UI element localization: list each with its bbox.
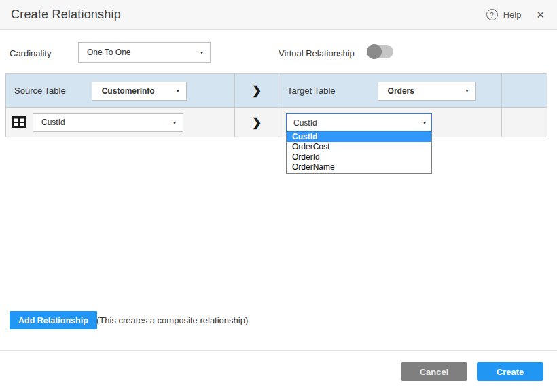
cancel-button[interactable]: Cancel <box>401 362 467 381</box>
dropdown-arrow-icon: ▾ <box>177 88 179 94</box>
dropdown-arrow-icon: ▾ <box>423 120 426 126</box>
help-icon[interactable]: ? <box>486 9 498 20</box>
cardinality-label: Cardinality <box>10 48 51 58</box>
source-field-cell: CustId ▾ <box>6 108 235 137</box>
option-ordercost[interactable]: OrderCost <box>287 142 431 152</box>
chevron-right-icon: ❯ <box>252 115 262 130</box>
help-link[interactable]: Help <box>503 10 522 20</box>
target-table-dropdown[interactable]: Orders ▾ <box>378 82 476 101</box>
footer-divider <box>0 350 557 351</box>
option-custid[interactable]: CustId <box>287 132 431 142</box>
create-button[interactable]: Create <box>477 362 543 381</box>
target-field-option-list: CustId OrderCost OrderId OrderName <box>286 132 432 174</box>
dialog-title: Create Relationship <box>11 7 121 22</box>
target-table-cell: Target Table Orders ▾ <box>279 74 502 108</box>
create-relationship-dialog: Create Relationship ? Help ✕ Cardinality… <box>0 0 557 392</box>
dropdown-arrow-icon: ▾ <box>200 50 203 56</box>
target-field-value: CustId <box>287 118 317 128</box>
close-icon[interactable]: ✕ <box>536 10 545 20</box>
titlebar-actions: ? Help ✕ <box>486 9 545 20</box>
source-table-dropdown[interactable]: CustomerInfo ▾ <box>92 82 187 101</box>
dropdown-arrow-icon: ▾ <box>173 120 176 126</box>
toggle-knob <box>367 44 382 59</box>
virtual-relationship-toggle[interactable] <box>367 45 393 58</box>
source-field-dropdown[interactable]: CustId ▾ <box>33 113 183 132</box>
row-chevron-cell: ❯ <box>235 108 279 137</box>
source-table-cell: Source Table CustomerInfo ▾ <box>6 74 235 108</box>
header-empty-cell <box>502 74 547 108</box>
virtual-relationship-label: Virtual Relationship <box>278 48 355 58</box>
target-field-dropdown[interactable]: CustId ▾ <box>286 113 432 132</box>
header-chevron-cell: ❯ <box>235 74 279 108</box>
chevron-right-icon: ❯ <box>252 84 262 98</box>
add-relationship-button[interactable]: Add Relationship <box>10 311 97 329</box>
source-table-value: CustomerInfo <box>92 86 155 96</box>
composite-relationship-hint: (This creates a composite relationship) <box>96 315 248 325</box>
option-orderid[interactable]: OrderId <box>287 152 431 162</box>
source-table-label: Source Table <box>14 86 66 96</box>
relationship-table: Source Table CustomerInfo ▾ ❯ Target Tab… <box>5 73 547 137</box>
help-icon-glyph: ? <box>490 11 494 19</box>
dropdown-arrow-icon: ▾ <box>466 88 469 94</box>
target-field-cell: CustId ▾ CustId OrderCost OrderId OrderN… <box>279 108 502 137</box>
option-ordername[interactable]: OrderName <box>287 162 431 173</box>
source-field-value: CustId <box>33 118 65 127</box>
row-empty-cell <box>502 108 547 137</box>
table-grid-icon <box>12 116 26 128</box>
cardinality-value: One To One <box>79 48 131 57</box>
target-table-value: Orders <box>378 86 414 96</box>
cardinality-dropdown[interactable]: One To One ▾ <box>78 42 211 63</box>
target-table-label: Target Table <box>287 86 336 96</box>
dialog-titlebar: Create Relationship ? Help ✕ <box>0 0 557 30</box>
